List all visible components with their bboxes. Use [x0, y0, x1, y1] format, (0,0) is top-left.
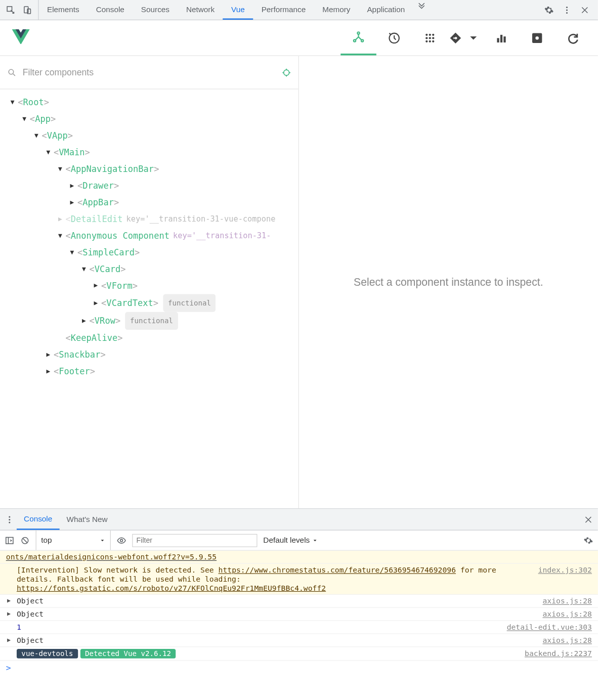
svg-point-5 — [566, 12, 568, 13]
svg-point-12 — [432, 33, 434, 35]
svg-point-14 — [429, 37, 431, 39]
search-icon — [7, 68, 17, 77]
svg-point-26 — [9, 516, 10, 517]
svg-point-6 — [357, 32, 359, 34]
vue-tab-vuex[interactable] — [412, 20, 448, 55]
vue-toolbar — [0, 20, 598, 56]
log-source-link[interactable]: index.js:302 — [538, 565, 592, 575]
vue-tab-components[interactable] — [340, 20, 376, 55]
log-source-link[interactable]: axios.js:28 — [542, 609, 591, 619]
tree-node-vcardtext[interactable]: <VCardText>functional — [5, 294, 298, 312]
svg-rect-19 — [497, 38, 499, 42]
vue-tab-timeline[interactable] — [376, 20, 412, 55]
drawer-menu-icon[interactable] — [5, 515, 14, 524]
devtools-tabbar: Elements Console Sources Network Vue Per… — [0, 0, 598, 20]
tree-node-appbar[interactable]: <AppBar> — [5, 194, 298, 211]
fonts-link[interactable]: https://fonts.gstatic.com/s/roboto/v27/K… — [17, 583, 326, 592]
svg-point-16 — [425, 40, 428, 42]
filter-components-input[interactable] — [20, 65, 282, 79]
console-filter-input[interactable] — [132, 534, 257, 547]
tab-application[interactable]: Application — [359, 0, 413, 20]
component-tree: <Root> <App> <VApp> <VMain> <AppNavigati… — [0, 90, 298, 385]
tab-elements[interactable]: Elements — [39, 0, 88, 20]
tree-node-detailedit[interactable]: <DetailEditkey='__transition-31-vue-comp… — [5, 211, 298, 228]
log-warning-intervention[interactable]: [Intervention] Slow network is detected.… — [0, 564, 598, 595]
svg-point-23 — [535, 36, 538, 39]
more-tabs-icon[interactable] — [417, 0, 426, 10]
svg-point-27 — [9, 518, 10, 520]
svg-point-28 — [9, 521, 10, 523]
log-warning-partial[interactable]: onts/materialdesignicons-webfont.woff2?v… — [0, 551, 598, 564]
console-settings-icon[interactable] — [583, 536, 593, 545]
clear-console-icon[interactable] — [20, 536, 30, 545]
log-source-link[interactable]: detail-edit.vue:303 — [507, 623, 592, 632]
vue-tab-settings[interactable] — [519, 20, 555, 55]
svg-point-17 — [429, 40, 431, 42]
vue-tab-routing[interactable] — [448, 20, 484, 55]
tab-network[interactable]: Network — [178, 0, 223, 20]
svg-rect-21 — [503, 36, 505, 42]
settings-gear-icon[interactable] — [544, 5, 554, 15]
svg-point-31 — [120, 539, 123, 542]
log-vue-detected[interactable]: vue-devtoolsDetected Vue v2.6.12backend.… — [0, 647, 598, 661]
svg-point-4 — [566, 9, 568, 11]
tab-memory[interactable]: Memory — [314, 0, 359, 20]
log-object-3[interactable]: Objectaxios.js:28 — [0, 634, 598, 647]
svg-rect-20 — [500, 34, 502, 42]
svg-point-8 — [361, 39, 363, 41]
inspector-empty-hint: Select a component instance to inspect. — [299, 56, 598, 509]
log-source-link[interactable]: backend.js:2237 — [525, 649, 592, 658]
tree-node-vrow[interactable]: <VRow>functional — [5, 312, 298, 330]
tree-node-vapp[interactable]: <VApp> — [5, 127, 298, 144]
tree-node-vmain[interactable]: <VMain> — [5, 144, 298, 161]
tab-performance[interactable]: Performance — [253, 0, 314, 20]
tree-node-keepalive[interactable]: <KeepAlive> — [5, 330, 298, 346]
log-object-2[interactable]: Objectaxios.js:28 — [0, 608, 598, 621]
vue-tab-performance[interactable] — [484, 20, 520, 55]
component-tree-pane: <Root> <App> <VApp> <VMain> <AppNavigati… — [0, 56, 299, 509]
log-levels-selector[interactable]: Default levels — [263, 536, 318, 545]
log-source-link[interactable]: axios.js:28 — [542, 636, 591, 645]
live-expression-icon[interactable] — [117, 536, 126, 545]
context-selector[interactable]: top — [36, 531, 111, 550]
drawer-tab-console[interactable]: Console — [17, 509, 59, 530]
log-number[interactable]: 1detail-edit.vue:303 — [0, 621, 598, 634]
tree-node-appnavbar[interactable]: <AppNavigationBar> — [5, 161, 298, 178]
tree-node-root[interactable]: <Root> — [5, 94, 298, 111]
svg-point-11 — [429, 33, 431, 35]
tree-node-app[interactable]: <App> — [5, 111, 298, 127]
inspect-element-icon[interactable] — [6, 5, 16, 15]
chromestatus-link-cont[interactable]: 96 — [447, 565, 456, 575]
tree-node-vform[interactable]: <VForm> — [5, 277, 298, 294]
log-object-1[interactable]: Objectaxios.js:28 — [0, 595, 598, 608]
svg-point-7 — [354, 39, 356, 41]
svg-point-18 — [432, 40, 434, 42]
console-log-list: onts/materialdesignicons-webfont.woff2?v… — [0, 551, 598, 661]
svg-point-25 — [284, 70, 289, 75]
vue-refresh-button[interactable] — [555, 20, 591, 55]
svg-point-13 — [425, 37, 428, 39]
tab-vue[interactable]: Vue — [223, 0, 253, 20]
toggle-console-sidebar-icon[interactable] — [5, 536, 14, 545]
svg-point-15 — [432, 37, 434, 39]
tree-node-footer[interactable]: <Footer> — [5, 363, 298, 380]
chromestatus-link[interactable]: https://www.chromestatus.com/feature/563… — [219, 565, 447, 575]
vue-logo-icon — [12, 29, 30, 47]
svg-point-3 — [566, 6, 568, 8]
tree-node-drawer[interactable]: <Drawer> — [5, 178, 298, 194]
tree-node-vcard[interactable]: <VCard> — [5, 261, 298, 278]
console-drawer: Console What's New top Default levels on… — [0, 508, 598, 675]
drawer-tab-whatsnew[interactable]: What's New — [59, 509, 114, 530]
kebab-menu-icon[interactable] — [562, 5, 572, 15]
tab-sources[interactable]: Sources — [133, 0, 178, 20]
tree-node-anonymous[interactable]: <Anonymous Componentkey='__transition-31… — [5, 228, 298, 244]
tree-node-simplecard[interactable]: <SimpleCard> — [5, 244, 298, 261]
console-prompt[interactable]: > — [0, 661, 598, 675]
tree-node-snackbar[interactable]: <Snackbar> — [5, 346, 298, 363]
tab-console[interactable]: Console — [88, 0, 133, 20]
log-source-link[interactable]: axios.js:28 — [542, 596, 591, 605]
drawer-close-icon[interactable] — [583, 515, 593, 524]
target-select-icon[interactable] — [282, 68, 291, 77]
close-devtools-icon[interactable] — [580, 5, 589, 15]
toggle-device-icon[interactable] — [23, 5, 32, 15]
